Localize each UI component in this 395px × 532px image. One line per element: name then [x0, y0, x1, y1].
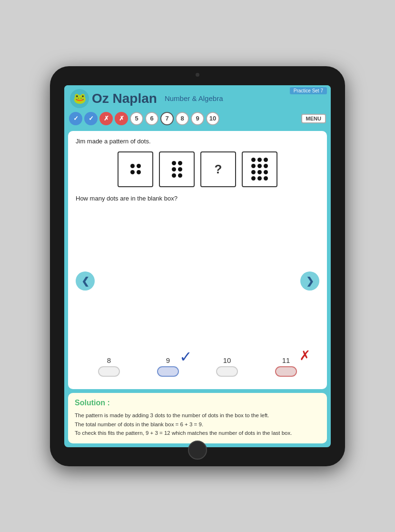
prev-button[interactable]: ❮ [76, 271, 95, 291]
dot [257, 176, 262, 181]
dot [264, 158, 268, 162]
dot [264, 170, 268, 174]
solution-title: Solution : [75, 399, 320, 407]
nav-item-7[interactable]: 7 [160, 112, 174, 125]
sub-question: How many dots are in the blank box? [76, 195, 319, 202]
nav-bar: ✓ ✓ ✗ ✗ 5 6 7 8 9 10 MENU [64, 110, 331, 127]
answer-options-row: 8 9 ✓ 10 [76, 356, 319, 377]
dot [172, 161, 176, 165]
answer-bubble-8[interactable] [98, 366, 120, 377]
solution-line-1: The pattern is made by adding 3 dots to … [75, 412, 269, 418]
menu-button[interactable]: MENU [301, 114, 326, 123]
dot [257, 170, 262, 174]
nav-item-8[interactable]: 8 [176, 112, 189, 125]
correct-checkmark: ✓ [179, 348, 192, 381]
nav-item-6[interactable]: 6 [145, 112, 158, 125]
dot [251, 158, 256, 162]
dots-row: ? [76, 151, 319, 187]
nav-item-3[interactable]: ✗ [99, 112, 113, 125]
dot [172, 173, 176, 178]
answers-area: 8 9 ✓ 10 [76, 352, 319, 382]
answer-label-10: 10 [223, 356, 231, 364]
dot [172, 167, 176, 171]
nav-item-1[interactable]: ✓ [69, 112, 82, 125]
main-content: Jim made a pattern of dots. [64, 127, 331, 447]
answer-option-10[interactable]: 10 [216, 356, 238, 377]
answer-bubble-9[interactable] [157, 366, 179, 377]
solution-card: Solution : The pattern is made by adding… [68, 393, 327, 443]
dot [130, 164, 135, 168]
subject-label: Number & Algebra [165, 94, 223, 102]
dot [251, 176, 256, 181]
answer-label-11: 11 [282, 356, 290, 364]
home-button[interactable] [188, 441, 207, 460]
dot-box-1 [118, 151, 153, 187]
wrong-crossmark: ✗ [299, 348, 310, 381]
dot [137, 170, 141, 174]
question-mark-symbol: ? [215, 162, 222, 177]
dot [137, 164, 141, 168]
practice-set-badge: Practice Set 7 [290, 87, 327, 94]
dot-grid-1 [130, 164, 141, 174]
dot-box-question: ? [200, 151, 236, 187]
tablet-device: Practice Set 7 🐸 Oz Naplan Number & Alge… [50, 66, 345, 466]
dot-box-4 [242, 151, 277, 187]
dot [178, 173, 182, 178]
answer-option-8[interactable]: 8 [98, 356, 120, 377]
nav-item-9[interactable]: 9 [191, 112, 204, 125]
answer-option-9[interactable]: 9 ✓ [157, 356, 179, 377]
app-title: Oz Naplan [92, 91, 157, 106]
solution-text: The pattern is made by adding 3 dots to … [75, 411, 320, 437]
dot [251, 164, 256, 168]
dot [264, 164, 268, 168]
nav-item-2[interactable]: ✓ [84, 112, 98, 125]
question-card: Jim made a pattern of dots. [68, 131, 327, 390]
dot [178, 167, 182, 171]
solution-line-3: To check this fits the pattern, 9 + 3 = … [75, 430, 292, 436]
nav-arrows: ❮ ❯ [76, 267, 319, 292]
answer-option-11[interactable]: 11 ✗ [275, 356, 297, 377]
dot [130, 170, 135, 174]
dot [264, 176, 268, 181]
tablet-screen: Practice Set 7 🐸 Oz Naplan Number & Alge… [64, 85, 331, 447]
nav-item-4[interactable]: ✗ [115, 112, 128, 125]
dot [257, 158, 262, 162]
dot-box-2 [159, 151, 195, 187]
logo-icon: 🐸 [70, 89, 89, 108]
answer-bubble-10[interactable] [216, 366, 238, 377]
dot-grid-2 [172, 161, 182, 178]
nav-item-10[interactable]: 10 [206, 112, 219, 125]
dot [178, 161, 182, 165]
question-intro: Jim made a pattern of dots. [76, 138, 319, 145]
nav-item-5[interactable]: 5 [130, 112, 143, 125]
logo-area: 🐸 Oz Naplan Number & Algebra [70, 89, 223, 108]
app-header: Practice Set 7 🐸 Oz Naplan Number & Alge… [64, 85, 331, 110]
camera [196, 73, 199, 77]
answer-bubble-11[interactable] [275, 366, 297, 377]
next-button[interactable]: ❯ [300, 271, 319, 291]
dot-grid-4 [251, 158, 268, 181]
answer-label-9: 9 [166, 356, 170, 364]
dot [251, 170, 256, 174]
dot [257, 164, 262, 168]
solution-line-2: The total number of dots in the blank bo… [75, 422, 203, 427]
answer-label-8: 8 [107, 356, 111, 364]
